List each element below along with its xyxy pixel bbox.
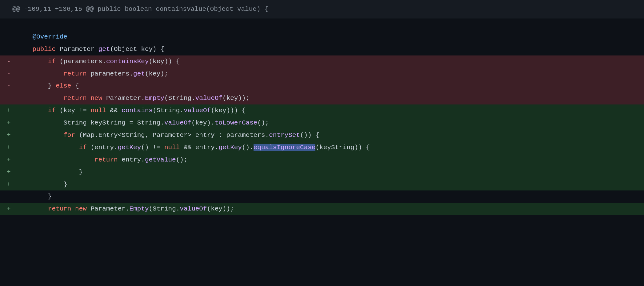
- diff-code[interactable]: @Override: [17, 31, 644, 43]
- diff-code[interactable]: return new Parameter.Empty(String.valueO…: [17, 203, 644, 215]
- code-token: new: [90, 95, 102, 102]
- code-token: (String.: [164, 95, 195, 102]
- code-token: (key !=: [56, 107, 90, 114]
- code-token: public: [32, 46, 56, 53]
- diff-gutter: [0, 43, 17, 55]
- code-token: {: [71, 82, 79, 89]
- code-token: getValue: [145, 156, 176, 163]
- code-token: [17, 46, 32, 53]
- diff-line[interactable]: + String keyString = String.valueOf(key)…: [0, 117, 644, 129]
- code-token: return: [63, 95, 87, 102]
- diff-code[interactable]: }: [17, 178, 644, 191]
- diff-line[interactable]: + if (entry.getKey() != null && entry.ge…: [0, 141, 644, 154]
- diff-code[interactable]: } else {: [17, 80, 644, 92]
- diff-code[interactable]: public Parameter get(Object key) {: [17, 43, 644, 55]
- code-token: getKey: [118, 144, 141, 151]
- diff-code[interactable]: }: [17, 166, 644, 178]
- diff-code[interactable]: if (entry.getKey() != null && entry.getK…: [17, 141, 644, 154]
- code-token: @Override: [32, 33, 67, 40]
- diff-line[interactable]: + for (Map.Entry<String, Parameter> entr…: [0, 129, 644, 141]
- code-token: ()) {: [300, 132, 319, 139]
- diff-gutter: +: [0, 203, 17, 215]
- code-token: toLowerCase: [215, 119, 258, 126]
- diff-code[interactable]: for (Map.Entry<String, Parameter> entry …: [17, 129, 644, 141]
- diff-gutter: -: [0, 55, 17, 68]
- diff-code[interactable]: String keyString = String.valueOf(key).t…: [17, 117, 644, 129]
- code-token: (key)) {: [149, 58, 180, 65]
- code-token: () !=: [141, 144, 164, 151]
- diff-code[interactable]: return parameters.get(key);: [17, 68, 644, 80]
- diff-code[interactable]: return entry.getValue();: [17, 154, 644, 166]
- diff-gutter: +: [0, 166, 17, 178]
- code-token: Empty: [145, 95, 164, 102]
- code-token: &&: [106, 107, 122, 114]
- code-token: ().: [242, 144, 254, 151]
- code-token: for: [63, 132, 75, 139]
- code-token: return: [63, 70, 87, 77]
- code-token: Parameter.: [102, 95, 145, 102]
- diff-line[interactable]: public Parameter get(Object key) {: [0, 43, 644, 55]
- diff-gutter: +: [0, 141, 17, 154]
- code-token: ();: [176, 156, 188, 163]
- code-token: equalsIgnoreCase: [254, 144, 316, 151]
- code-token: [17, 156, 94, 163]
- diff-code[interactable]: if (key != null && contains(String.value…: [17, 104, 644, 117]
- code-token: Parameter: [56, 46, 98, 53]
- diff-line[interactable]: }: [0, 190, 644, 203]
- diff-container: @@ -109,11 +136,15 @@ public boolean con…: [0, 0, 644, 215]
- diff-lines: @Override public Parameter get(Object ke…: [0, 31, 644, 215]
- diff-gutter: -: [0, 80, 17, 92]
- code-token: }: [17, 193, 52, 200]
- code-token: [17, 107, 48, 114]
- diff-code[interactable]: return new Parameter.Empty(String.valueO…: [17, 92, 644, 104]
- code-token: containsKey: [106, 58, 149, 65]
- diff-gutter: -: [0, 68, 17, 80]
- code-token: get: [133, 70, 145, 77]
- code-token: valueOf: [184, 107, 211, 114]
- code-token: get: [98, 46, 110, 53]
- code-token: }: [17, 169, 83, 176]
- code-token: [17, 144, 79, 151]
- diff-line[interactable]: + return entry.getValue();: [0, 154, 644, 166]
- code-token: entrySet: [269, 132, 300, 139]
- code-token: return: [48, 205, 71, 212]
- code-token: parameters.: [87, 70, 133, 77]
- diff-line[interactable]: - if (parameters.containsKey(key)) {: [0, 55, 644, 68]
- diff-line[interactable]: + if (key != null && contains(String.val…: [0, 104, 644, 117]
- code-token: [17, 58, 48, 65]
- diff-line[interactable]: @Override: [0, 31, 644, 43]
- diff-hunk-header[interactable]: @@ -109,11 +136,15 @@ public boolean con…: [0, 0, 644, 18]
- code-token: }: [17, 181, 67, 188]
- code-token: valueOf: [195, 95, 222, 102]
- code-token: if: [48, 107, 56, 114]
- diff-line[interactable]: + }: [0, 166, 644, 178]
- diff-code[interactable]: }: [17, 190, 644, 203]
- diff-line[interactable]: - return new Parameter.Empty(String.valu…: [0, 92, 644, 104]
- diff-gutter: +: [0, 129, 17, 141]
- diff-code[interactable]: if (parameters.containsKey(key)) {: [17, 55, 644, 68]
- diff-gutter: [0, 31, 17, 43]
- code-token: String keyString = String.: [17, 119, 164, 126]
- code-token: null: [90, 107, 106, 114]
- code-token: (String.: [153, 107, 184, 114]
- diff-gutter: +: [0, 154, 17, 166]
- code-token: null: [164, 144, 180, 151]
- code-token: else: [56, 82, 71, 89]
- code-token: (key).: [191, 119, 215, 126]
- code-token: (parameters.: [56, 58, 106, 65]
- code-token: contains: [122, 107, 153, 114]
- diff-gutter: -: [0, 92, 17, 104]
- code-token: Empty: [130, 205, 149, 212]
- code-token: [17, 205, 48, 212]
- code-token: [17, 33, 32, 40]
- code-token: return: [94, 156, 118, 163]
- code-token: [87, 95, 91, 102]
- code-token: valueOf: [164, 119, 191, 126]
- diff-line[interactable]: - return parameters.get(key);: [0, 68, 644, 80]
- code-token: (Object key) {: [110, 46, 164, 53]
- code-token: (key);: [145, 70, 168, 77]
- code-token: }: [17, 82, 56, 89]
- diff-line[interactable]: - } else {: [0, 80, 644, 92]
- diff-line[interactable]: + }: [0, 178, 644, 191]
- diff-line[interactable]: + return new Parameter.Empty(String.valu…: [0, 203, 644, 215]
